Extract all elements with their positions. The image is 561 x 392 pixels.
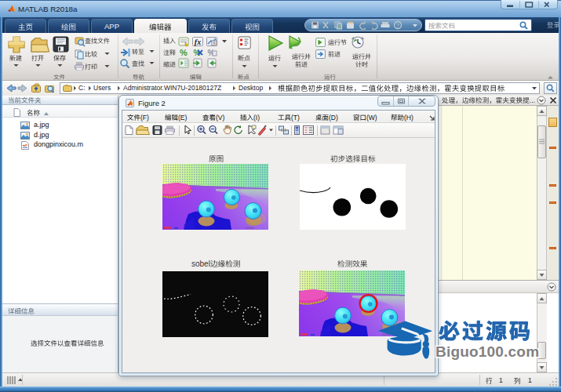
svg-text:?: ?: [396, 23, 399, 28]
svg-text:fx: fx: [195, 38, 201, 46]
svg-text:fi: fi: [213, 41, 216, 45]
svg-text:Biguo100.com: Biguo100.com: [435, 343, 539, 360]
svg-text:%: %: [180, 48, 188, 57]
